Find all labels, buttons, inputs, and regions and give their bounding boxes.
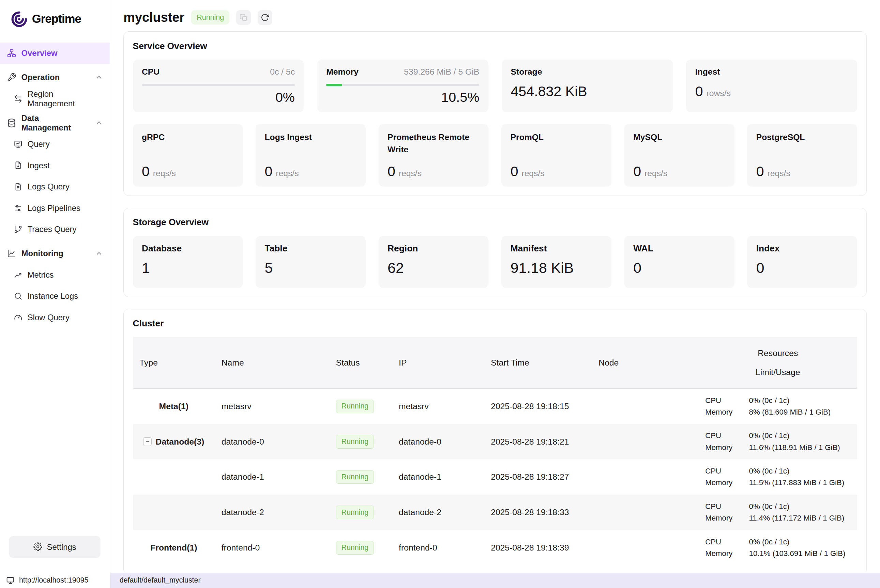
sidebar-item-logs-pipelines[interactable]: Logs Pipelines <box>0 197 110 219</box>
protocol-value: 0 <box>511 164 518 179</box>
sidebar-item-label: Ingest <box>28 161 50 170</box>
sidebar-item-region-management[interactable]: Region Management <box>0 88 110 110</box>
memory-percent: 10.5% <box>326 90 479 105</box>
sidebar-item-metrics[interactable]: Metrics <box>0 264 110 285</box>
resource-memory-value: 11.6% (118.91 MiB / 1 GiB) <box>749 443 854 452</box>
cell-start-time: 2025-08-28 19:18:15 <box>484 402 592 411</box>
host-selector[interactable]: http://localhost:19095 <box>0 573 110 588</box>
ingest-value: 0 <box>695 84 703 99</box>
sidebar-item-traces-query[interactable]: Traces Query <box>0 219 110 240</box>
sidebar-group-data-management[interactable]: Data Management <box>0 112 110 134</box>
service-overview-title: Service Overview <box>133 41 857 51</box>
sidebar-item-ingest[interactable]: Ingest <box>0 154 110 176</box>
sidebar-item-query[interactable]: Query <box>0 134 110 155</box>
stat-label: Table <box>265 243 357 254</box>
main-area: mycluster Running <box>110 0 880 573</box>
promql-stat-card: PromQL 0reqs/s <box>502 124 611 187</box>
overview-icon <box>7 48 17 58</box>
resource-memory-value: 8% (81.609 MiB / 1 GiB) <box>749 408 854 417</box>
file-import-icon <box>14 161 23 170</box>
line-chart-icon <box>7 249 17 258</box>
stat-value: 0 <box>756 260 848 276</box>
branch-icon <box>14 225 23 234</box>
settings-button[interactable]: Settings <box>9 536 101 558</box>
wal-stat-card: WAL 0 <box>625 236 734 288</box>
protocol-label: PostgreSQL <box>756 131 848 143</box>
protocol-label: Prometheus Remote Write <box>387 131 479 156</box>
page-title: mycluster <box>123 10 185 25</box>
gear-icon <box>33 542 42 551</box>
sidebar-item-label: Data Management <box>21 114 90 132</box>
memory-stat-card: Memory 539.266 MiB / 5 GiB 10.5% <box>317 60 488 112</box>
chevron-up-icon <box>95 119 103 127</box>
sidebar-group-monitoring[interactable]: Monitoring <box>0 243 110 264</box>
copy-icon <box>240 14 248 21</box>
protocol-value: 0 <box>142 164 150 179</box>
collapse-toggle-icon[interactable] <box>143 437 152 446</box>
protocol-value: 0 <box>756 164 764 179</box>
protocol-unit: reqs/s <box>644 169 667 178</box>
ingest-unit: rows/s <box>707 88 731 98</box>
refresh-button[interactable] <box>258 10 272 25</box>
resource-cpu-label: CPU <box>705 431 749 440</box>
monitor-icon <box>6 576 15 585</box>
storage-value: 454.832 KiB <box>511 84 664 99</box>
service-overview-card: Service Overview CPU 0c / 5c 0% <box>123 32 866 196</box>
protocol-unit: reqs/s <box>153 169 176 178</box>
sidebar-item-instance-logs[interactable]: Instance Logs <box>0 285 110 307</box>
resource-cpu-label: CPU <box>705 467 749 476</box>
copy-button[interactable] <box>236 10 251 25</box>
prometheus-remote-write-stat-card: Prometheus Remote Write 0reqs/s <box>378 124 489 187</box>
protocol-label: Logs Ingest <box>265 131 357 143</box>
cell-ip: metasrv <box>392 402 484 411</box>
resource-memory-value: 11.5% (117.883 MiB / 1 GiB) <box>749 478 854 487</box>
sidebar-item-overview[interactable]: Overview <box>0 43 110 64</box>
cell-type: Meta(1) <box>159 402 188 411</box>
storage-overview-card: Storage Overview Database 1 Table 5 Regi… <box>123 208 866 297</box>
cpu-percent: 0% <box>142 90 295 105</box>
ingest-stat-card: Ingest 0rows/s <box>686 60 857 112</box>
sidebar-item-label: Logs Pipelines <box>28 203 80 213</box>
table-row: Frontend(1) frontend-0 Running frontend-… <box>133 530 857 566</box>
swap-arrows-icon <box>14 94 23 103</box>
table-row: Meta(1) metasrv Running metasrv 2025-08-… <box>133 389 857 424</box>
index-stat-card: Index 0 <box>747 236 857 288</box>
cell-start-time: 2025-08-28 19:18:27 <box>484 472 592 482</box>
memory-limit: 539.266 MiB / 5 GiB <box>404 67 479 76</box>
memory-progress-track <box>326 84 479 86</box>
resource-memory-label: Memory <box>705 514 749 523</box>
statusbar-context: default/default_mycluster <box>120 576 201 585</box>
cell-type: Datanode(3) <box>156 437 204 447</box>
status-badge: Running <box>336 470 374 484</box>
cpu-progress-track <box>142 84 295 86</box>
limit-usage-header: Limit/Usage <box>755 368 800 377</box>
cell-resources: CPU0% (0c / 1c) Memory11.4% (117.172 MiB… <box>698 497 857 528</box>
brand-logo: Greptime <box>0 0 110 39</box>
stat-label: Manifest <box>511 243 602 254</box>
database-icon <box>7 118 17 128</box>
stat-value: 91.18 KiB <box>511 260 602 276</box>
cell-start-time: 2025-08-28 19:18:39 <box>484 543 592 553</box>
resource-memory-value: 10.1% (103.691 MiB / 1 GiB) <box>749 549 854 558</box>
sidebar-item-label: Logs Query <box>28 182 69 192</box>
cell-name: metasrv <box>215 402 329 411</box>
sidebar-item-slow-query[interactable]: Slow Query <box>0 307 110 328</box>
trending-up-icon <box>14 270 23 279</box>
sidebar-group-operation[interactable]: Operation <box>0 67 110 88</box>
resource-memory-label: Memory <box>705 478 749 487</box>
gauge-icon <box>14 313 23 322</box>
chevron-up-icon <box>95 74 103 81</box>
sidebar-nav: Overview Operation <box>0 39 110 529</box>
query-monitor-icon <box>14 140 23 148</box>
cpu-limit: 0c / 5c <box>270 67 295 76</box>
resource-cpu-value: 0% (0c / 1c) <box>749 467 854 476</box>
postgresql-stat-card: PostgreSQL 0reqs/s <box>747 124 857 187</box>
search-icon <box>14 292 23 300</box>
resource-cpu-value: 0% (0c / 1c) <box>749 431 854 440</box>
resource-cpu-label: CPU <box>705 396 749 405</box>
status-bar: http://localhost:19095 default/default_m… <box>0 573 880 588</box>
status-badge: Running <box>191 10 230 24</box>
cell-resources: CPU0% (0c / 1c) Memory8% (81.609 MiB / 1… <box>698 391 857 422</box>
column-ip: IP <box>392 358 484 368</box>
sidebar-item-logs-query[interactable]: Logs Query <box>0 176 110 198</box>
